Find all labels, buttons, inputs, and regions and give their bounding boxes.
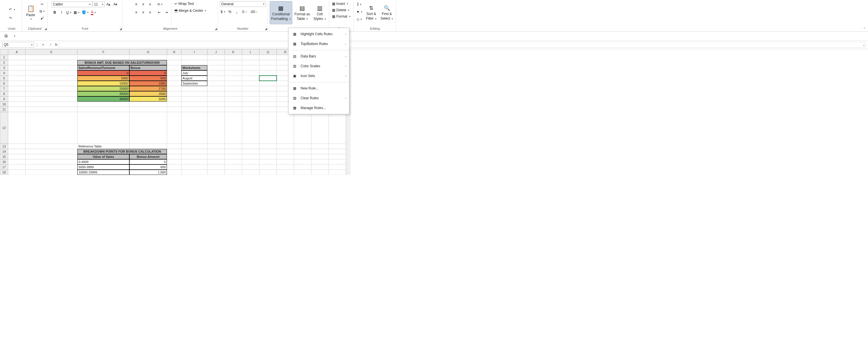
- cell[interactable]: 3500: [129, 91, 167, 96]
- cell[interactable]: [311, 164, 329, 170]
- cell[interactable]: [259, 91, 277, 96]
- column-header[interactable]: J: [207, 49, 225, 55]
- cell[interactable]: [8, 149, 25, 154]
- cell[interactable]: [181, 86, 207, 91]
- clipboard-dialog-launcher[interactable]: ◢: [44, 27, 47, 30]
- increase-decimal-button[interactable]: .0→: [241, 9, 249, 15]
- cell[interactable]: [311, 112, 329, 144]
- underline-button[interactable]: U▾: [66, 9, 72, 15]
- cell[interactable]: [181, 164, 207, 170]
- cell[interactable]: BREAKDOWN POINTS FOR BONUS CALCULATION: [78, 149, 167, 154]
- cell[interactable]: [242, 70, 259, 75]
- cell[interactable]: [225, 159, 242, 164]
- cell[interactable]: [329, 159, 346, 164]
- cell[interactable]: [329, 170, 346, 175]
- cf-data-bars[interactable]: ▤Data Bars›: [288, 51, 349, 61]
- cell[interactable]: [207, 60, 225, 65]
- cell[interactable]: [242, 86, 259, 91]
- cell[interactable]: [259, 96, 277, 102]
- row-header[interactable]: 15: [0, 154, 8, 159]
- number-dialog-launcher[interactable]: ◢: [265, 27, 267, 30]
- row-header[interactable]: 16: [0, 159, 8, 164]
- cell[interactable]: [259, 170, 277, 175]
- row-header[interactable]: 7: [0, 86, 8, 91]
- cell[interactable]: [277, 159, 294, 164]
- cell[interactable]: [167, 86, 181, 91]
- align-right-button[interactable]: ≡: [147, 9, 153, 15]
- column-header[interactable]: H: [167, 49, 181, 55]
- cell[interactable]: [277, 154, 294, 159]
- cell[interactable]: [225, 55, 242, 60]
- percent-button[interactable]: %: [227, 9, 233, 15]
- cell[interactable]: [242, 154, 259, 159]
- align-bottom-button[interactable]: ≡: [147, 1, 153, 7]
- cell[interactable]: 10000-19999: [78, 170, 129, 175]
- cell[interactable]: [242, 112, 259, 144]
- cell[interactable]: [129, 102, 167, 107]
- cell[interactable]: [225, 86, 242, 91]
- cell[interactable]: [181, 91, 207, 96]
- cell[interactable]: 5000: [78, 75, 129, 81]
- column-header[interactable]: K: [225, 49, 242, 55]
- cell[interactable]: [8, 70, 25, 75]
- cell[interactable]: [277, 144, 294, 149]
- column-header[interactable]: Q: [259, 49, 277, 55]
- cell[interactable]: [25, 149, 78, 154]
- italic-button[interactable]: I: [59, 9, 65, 15]
- cell[interactable]: [277, 170, 294, 175]
- cell[interactable]: [181, 159, 207, 164]
- cf-new-rule[interactable]: ▦New Rule...: [288, 84, 349, 93]
- cell[interactable]: [242, 102, 259, 107]
- cell[interactable]: [259, 60, 277, 65]
- cell[interactable]: [25, 60, 78, 65]
- cell[interactable]: [242, 55, 259, 60]
- row-header[interactable]: 12: [0, 112, 8, 144]
- cell[interactable]: [259, 159, 277, 164]
- cell[interactable]: [181, 96, 207, 102]
- cell[interactable]: [294, 170, 311, 175]
- decrease-font-button[interactable]: A▾: [112, 1, 119, 7]
- cell[interactable]: [259, 154, 277, 159]
- cell[interactable]: [225, 102, 242, 107]
- cell[interactable]: [259, 107, 277, 112]
- cell[interactable]: [242, 107, 259, 112]
- cell[interactable]: [259, 164, 277, 170]
- cell[interactable]: [294, 154, 311, 159]
- cell[interactable]: July: [181, 70, 207, 75]
- cell[interactable]: 2700: [129, 86, 167, 91]
- cf-highlight-cells-rules[interactable]: ▦Highlight Cells Rules›: [288, 29, 349, 39]
- cell[interactable]: [167, 60, 181, 65]
- cell[interactable]: [207, 154, 225, 159]
- cell[interactable]: [225, 107, 242, 112]
- cut-button[interactable]: ✂: [39, 1, 45, 7]
- cell[interactable]: [181, 170, 207, 175]
- cell[interactable]: 600: [129, 75, 167, 81]
- cell[interactable]: [259, 81, 277, 86]
- cell[interactable]: [207, 86, 225, 91]
- insert-button[interactable]: ▦Insert▾: [331, 1, 349, 6]
- cell[interactable]: [294, 112, 311, 144]
- cell[interactable]: 30000: [78, 91, 129, 96]
- alignment-dialog-launcher[interactable]: ◢: [215, 27, 217, 30]
- cell[interactable]: [181, 107, 207, 112]
- cell[interactable]: [329, 164, 346, 170]
- cell[interactable]: [225, 91, 242, 96]
- cell[interactable]: [8, 81, 25, 86]
- conditional-formatting-button[interactable]: ▦ Conditional Formatting ▾: [270, 1, 292, 24]
- cell[interactable]: [242, 60, 259, 65]
- cell[interactable]: 0: [78, 70, 129, 75]
- row-header[interactable]: 13: [0, 144, 8, 149]
- cell[interactable]: [167, 70, 181, 75]
- cell[interactable]: [242, 96, 259, 102]
- column-header[interactable]: F: [78, 49, 129, 55]
- cell[interactable]: [129, 144, 167, 149]
- cell[interactable]: August: [181, 75, 207, 81]
- cell[interactable]: [311, 144, 329, 149]
- cell[interactable]: [242, 75, 259, 81]
- cell[interactable]: [207, 65, 225, 70]
- cell[interactable]: [225, 164, 242, 170]
- row-header[interactable]: 3: [0, 65, 8, 70]
- cell[interactable]: [259, 75, 277, 81]
- increase-font-button[interactable]: A▴: [105, 1, 112, 7]
- cell[interactable]: [277, 164, 294, 170]
